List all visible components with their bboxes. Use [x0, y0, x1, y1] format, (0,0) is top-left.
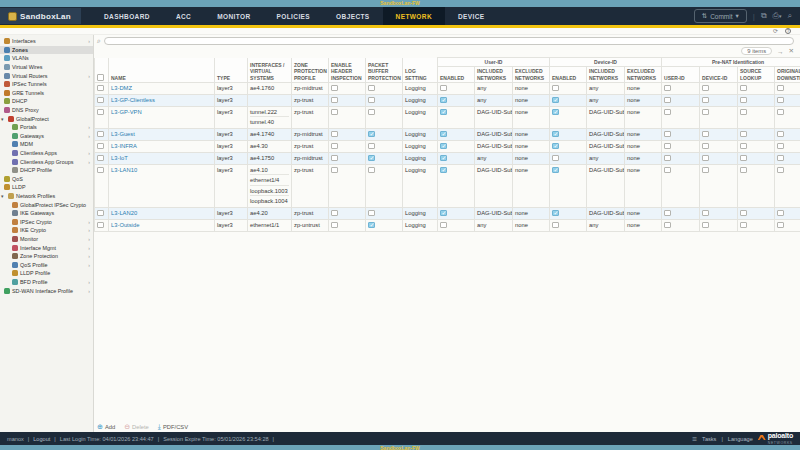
sidebar-item-dns-proxy[interactable]: DNS Proxy: [0, 106, 93, 115]
source-lookup-checkbox[interactable]: [740, 85, 747, 92]
enable-header-inspection-checkbox[interactable]: [331, 167, 338, 174]
enable-header-inspection-checkbox[interactable]: [331, 155, 338, 162]
prenat-user-id-checkbox[interactable]: [664, 131, 671, 138]
packet-buffer-protection-checkbox[interactable]: [368, 222, 375, 229]
sidebar-item-dhcp-profile[interactable]: DHCP Profile: [0, 166, 93, 175]
sidebar-item-gateways[interactable]: Gateways›: [0, 132, 93, 141]
expand-arrow-icon[interactable]: →: [777, 48, 784, 55]
select-all-checkbox[interactable]: [95, 58, 109, 83]
prenat-user-id-checkbox[interactable]: [664, 222, 671, 229]
interface-entry[interactable]: ae4.1760: [250, 83, 289, 94]
sidebar-item-monitor[interactable]: Monitor›: [0, 235, 93, 244]
user-id-enabled-checkbox[interactable]: [440, 167, 447, 174]
device-id-enabled-checkbox[interactable]: [552, 97, 559, 104]
sidebar-item-ipsec-tunnels[interactable]: IPSec Tunnels: [0, 80, 93, 89]
prenat-device-id-checkbox[interactable]: [702, 210, 709, 217]
row-select-checkbox[interactable]: [97, 131, 104, 138]
delete-button[interactable]: ⊖ Delete: [124, 423, 149, 430]
sidebar-item-network-profiles[interactable]: ▾Network Profiles: [0, 192, 93, 201]
source-lookup-checkbox[interactable]: [740, 143, 747, 150]
refresh-icon[interactable]: ⟳: [773, 28, 778, 34]
user-id-enabled-checkbox[interactable]: [440, 155, 447, 162]
sidebar-item-dhcp[interactable]: DHCP: [0, 97, 93, 106]
packet-buffer-protection-checkbox[interactable]: [368, 109, 375, 116]
sidebar-item-ike-gateways[interactable]: IKE Gateways: [0, 209, 93, 218]
zone-name-link[interactable]: L3-GP-Clientless: [111, 97, 155, 103]
device-id-enabled-checkbox[interactable]: [552, 109, 559, 116]
row-select-checkbox[interactable]: [97, 85, 104, 92]
device-id-enabled-checkbox[interactable]: [552, 222, 559, 229]
prenat-device-id-checkbox[interactable]: [702, 222, 709, 229]
user-id-enabled-checkbox[interactable]: [440, 97, 447, 104]
col-header-excluded-networks[interactable]: EXCLUDED NETWORKS: [513, 67, 550, 83]
interface-entry[interactable]: ae4.30: [250, 141, 289, 152]
user-id-enabled-checkbox[interactable]: [440, 85, 447, 92]
col-header-included-networks[interactable]: INCLUDED NETWORKS: [587, 67, 625, 83]
zone-name-link[interactable]: L3-Outside: [111, 222, 139, 228]
expander-icon[interactable]: ▾: [1, 116, 6, 122]
sidebar-item-globalprotect[interactable]: ▾GlobalProtect: [0, 114, 93, 123]
sidebar-item-clientless-app-groups[interactable]: Clientless App Groups›: [0, 157, 93, 166]
packet-buffer-protection-checkbox[interactable]: [368, 210, 375, 217]
user-id-enabled-checkbox[interactable]: [440, 109, 447, 116]
interface-entry[interactable]: loopback.1003: [250, 186, 289, 197]
enable-header-inspection-checkbox[interactable]: [331, 109, 338, 116]
original-downstream-checkbox[interactable]: [777, 109, 784, 116]
tab-acc[interactable]: ACC: [163, 7, 204, 25]
prenat-device-id-checkbox[interactable]: [702, 143, 709, 150]
packet-buffer-protection-checkbox[interactable]: [368, 143, 375, 150]
tab-device[interactable]: DEVICE: [445, 7, 498, 25]
device-id-enabled-checkbox[interactable]: [552, 155, 559, 162]
col-header-type[interactable]: TYPE: [215, 58, 248, 83]
tab-policies[interactable]: POLICIES: [264, 7, 324, 25]
original-downstream-checkbox[interactable]: [777, 222, 784, 229]
prenat-user-id-checkbox[interactable]: [664, 97, 671, 104]
interface-entry[interactable]: tunnel.222: [250, 107, 289, 118]
col-header-enable-header-inspection[interactable]: ENABLE HEADER INSPECTION: [329, 58, 366, 83]
original-downstream-checkbox[interactable]: [777, 210, 784, 217]
enable-header-inspection-checkbox[interactable]: [331, 97, 338, 104]
enable-header-inspection-checkbox[interactable]: [331, 131, 338, 138]
row-select-checkbox[interactable]: [97, 167, 104, 174]
col-header-name[interactable]: NAME: [109, 58, 215, 83]
original-downstream-checkbox[interactable]: [777, 167, 784, 174]
device-id-enabled-checkbox[interactable]: [552, 210, 559, 217]
enable-header-inspection-checkbox[interactable]: [331, 143, 338, 150]
device-id-enabled-checkbox[interactable]: [552, 85, 559, 92]
interface-entry[interactable]: ethernet1/4: [250, 175, 289, 186]
zone-name-link[interactable]: L3-INFRA: [111, 143, 137, 149]
sidebar-item-virtual-routers[interactable]: Virtual Routers›: [0, 71, 93, 80]
original-downstream-checkbox[interactable]: [777, 131, 784, 138]
language-link[interactable]: Language: [728, 436, 753, 442]
sidebar-item-interface-mgmt[interactable]: Interface Mgmt›: [0, 243, 93, 252]
row-select-checkbox[interactable]: [97, 155, 104, 162]
prenat-user-id-checkbox[interactable]: [664, 210, 671, 217]
search-icon[interactable]: ⌕: [788, 12, 792, 20]
packet-buffer-protection-checkbox[interactable]: [368, 85, 375, 92]
expander-icon[interactable]: ▾: [1, 193, 6, 199]
interface-entry[interactable]: loopback.1004: [250, 196, 289, 207]
row-select-checkbox[interactable]: [97, 210, 104, 217]
sidebar-item-ike-crypto[interactable]: IKE Crypto›: [0, 226, 93, 235]
device-id-enabled-checkbox[interactable]: [552, 131, 559, 138]
zone-name-link[interactable]: L3-DMZ: [111, 85, 132, 91]
prenat-device-id-checkbox[interactable]: [702, 97, 709, 104]
packet-buffer-protection-checkbox[interactable]: [368, 97, 375, 104]
col-header-zone-protection-profile[interactable]: ZONE PROTECTION PROFILE: [292, 58, 329, 83]
row-select-checkbox[interactable]: [97, 97, 104, 104]
interface-entry[interactable]: ae4.20: [250, 208, 289, 219]
clear-filter-icon[interactable]: ✕: [789, 47, 794, 55]
tasks-icon[interactable]: ⧉: [761, 12, 767, 20]
prenat-device-id-checkbox[interactable]: [702, 109, 709, 116]
col-header-log-setting[interactable]: LOG SETTING: [403, 58, 438, 83]
pdf-csv-button[interactable]: ⤓ PDF/CSV: [158, 423, 188, 430]
row-select-checkbox[interactable]: [97, 222, 104, 229]
sidebar-item-sd-wan-interface-profile[interactable]: SD-WAN Interface Profile›: [0, 286, 93, 295]
original-downstream-checkbox[interactable]: [777, 85, 784, 92]
sidebar-item-clientless-apps[interactable]: Clientless Apps›: [0, 149, 93, 158]
sidebar-item-globalprotect-ipsec-crypto[interactable]: GlobalProtect IPSec Crypto: [0, 200, 93, 209]
sidebar-item-qos[interactable]: QoS: [0, 175, 93, 184]
row-select-checkbox[interactable]: [97, 109, 104, 116]
commit-button[interactable]: ⇅ Commit ▾: [694, 9, 747, 23]
source-lookup-checkbox[interactable]: [740, 109, 747, 116]
